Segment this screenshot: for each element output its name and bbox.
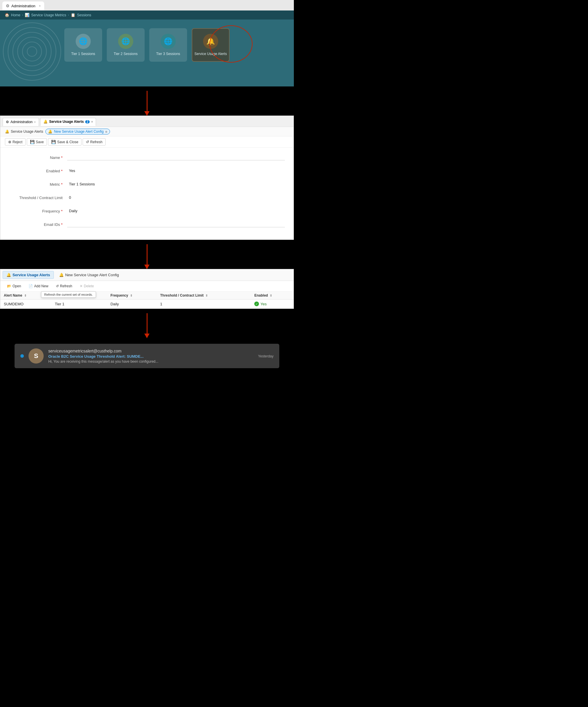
form-area: Name * Enabled * Yes Metric * Tier 1 Ses… bbox=[0, 147, 293, 240]
enabled-yes-indicator: ✓ Yes bbox=[254, 302, 290, 306]
s3-toolbar: 📂 Open 📄 Add New ↺ Refresh ✕ Delete Refr… bbox=[0, 281, 293, 292]
arrow2-head bbox=[144, 265, 149, 269]
reject-button[interactable]: ⊗ Reject bbox=[5, 138, 26, 145]
refresh-button[interactable]: ↺ Refresh bbox=[82, 138, 106, 145]
s3-alerts-icon: 🔔 bbox=[6, 273, 11, 277]
s3-tab-new-config[interactable]: 🔔 New Service Usage Alert Config bbox=[56, 271, 123, 278]
admin-tab-label: Administration bbox=[11, 4, 35, 8]
frequency-sort-icon: ⇕ bbox=[130, 294, 132, 297]
frequency-label: Frequency * bbox=[9, 209, 67, 213]
save-close-button[interactable]: 💾 Save & Close bbox=[48, 138, 81, 145]
save-close-label: Save & Close bbox=[57, 140, 78, 144]
email-preview: Hi, You are receiving this message/alert… bbox=[48, 360, 274, 364]
s3-new-label: New Service Usage Alert Config bbox=[65, 273, 119, 277]
col-enabled[interactable]: Enabled ⇕ bbox=[251, 292, 293, 300]
s2-tab-alerts[interactable]: 🔔 Service Usage Alerts 2 × bbox=[40, 118, 96, 126]
s2-tab-admin[interactable]: ⚙ Administration × bbox=[3, 118, 39, 126]
admin-tab-close[interactable]: × bbox=[39, 4, 40, 7]
form-row-threshold: Threshold / Contract Limit 0 bbox=[9, 194, 285, 202]
delete-button[interactable]: ✕ Delete bbox=[76, 282, 97, 290]
s2-admin-tab-close[interactable]: × bbox=[34, 121, 36, 124]
bc-sep2: › bbox=[68, 13, 69, 16]
s2-alerts-tab-close[interactable]: × bbox=[91, 120, 93, 124]
bc-sep1: › bbox=[22, 13, 23, 16]
email-ids-required: * bbox=[61, 223, 63, 227]
tile-tier1-icon: 🌐 bbox=[76, 34, 91, 49]
s2-alerts-badge: 2 bbox=[85, 120, 90, 124]
breadcrumb-bar: 🏠 Home › 📊 Service Usage Metrics › 📋 Ses… bbox=[0, 10, 294, 20]
tile-service-usage-alerts[interactable]: 🔔 Service Usage Alerts bbox=[192, 28, 230, 62]
s3-alerts-label: Service Usage Alerts bbox=[12, 273, 50, 277]
form-row-name: Name * bbox=[9, 154, 285, 162]
email-date: Yesterday bbox=[258, 354, 274, 358]
unread-dot bbox=[21, 354, 24, 358]
arrow2-line bbox=[147, 244, 147, 265]
alert-name-sort-icon: ⇕ bbox=[24, 294, 27, 297]
email-ids-label: Email IDs * bbox=[9, 223, 67, 227]
email-subject: Oracle B2C Service Usage Threshold Alert… bbox=[48, 354, 144, 359]
browser-tab-bar: ⚙ Administration × bbox=[0, 0, 294, 10]
refresh-icon: ↺ bbox=[86, 140, 89, 144]
tiles-row: 🌐 Tier 1 Sessions 🌐 Tier 2 Sessions 🌐 Ti… bbox=[0, 28, 294, 62]
cell-threshold: 1 bbox=[157, 300, 251, 308]
name-input[interactable] bbox=[67, 155, 285, 160]
reject-icon: ⊗ bbox=[8, 140, 11, 144]
s3-refresh-label: Refresh bbox=[60, 284, 72, 288]
bc-sessions[interactable]: Sessions bbox=[77, 13, 91, 17]
s2-bc-alerts-icon: 🔔 bbox=[5, 130, 9, 134]
email-ids-input[interactable] bbox=[67, 222, 285, 227]
s3-refresh-button[interactable]: ↺ Refresh bbox=[53, 282, 75, 290]
arrow1-line bbox=[147, 91, 147, 111]
s3-tab-bar: 🔔 Service Usage Alerts 🔔 New Service Usa… bbox=[0, 269, 293, 281]
s2-alerts-tab-label: Service Usage Alerts bbox=[49, 120, 84, 124]
s2-bc-alerts[interactable]: 🔔 Service Usage Alerts bbox=[5, 130, 43, 134]
s3-new-icon: 🔔 bbox=[59, 273, 64, 277]
email-subject-row: Oracle B2C Service Usage Threshold Alert… bbox=[48, 354, 274, 359]
admin-tab[interactable]: ⚙ Administration × bbox=[2, 1, 44, 10]
threshold-sort-icon: ⇕ bbox=[205, 294, 208, 297]
section3-list-panel: 🔔 Service Usage Alerts 🔔 New Service Usa… bbox=[0, 269, 294, 309]
tile-tier3-sessions[interactable]: 🌐 Tier 3 Sessions bbox=[149, 28, 187, 62]
check-circle-icon: ✓ bbox=[254, 302, 259, 306]
arrow2 bbox=[0, 240, 294, 269]
table-row[interactable]: SUMDEMO Tier 1 Daily 1 ✓ Yes bbox=[0, 300, 293, 308]
email-avatar: S bbox=[29, 348, 44, 364]
add-new-button[interactable]: 📄 Add New bbox=[25, 282, 51, 290]
tile-alerts-label: Service Usage Alerts bbox=[194, 52, 227, 57]
s2-bc-alerts-label: Service Usage Alerts bbox=[11, 130, 43, 134]
bc-home[interactable]: Home bbox=[11, 13, 21, 17]
section4-email-panel[interactable]: S serviceusagemetricsalert@custhelp.com … bbox=[14, 344, 279, 368]
tile-tier1-label: Tier 1 Sessions bbox=[71, 52, 95, 57]
metric-required: * bbox=[61, 182, 63, 187]
open-button[interactable]: 📂 Open bbox=[4, 282, 24, 290]
name-required: * bbox=[61, 156, 63, 160]
arrow1 bbox=[0, 87, 294, 115]
admin-tab-icon: ⚙ bbox=[6, 3, 10, 8]
col-threshold[interactable]: Threshold / Contract Limit ⇕ bbox=[157, 292, 251, 300]
section2-form-panel: ⚙ Administration × 🔔 Service Usage Alert… bbox=[0, 115, 294, 240]
s2-admin-tab-label: Administration bbox=[10, 120, 33, 124]
s2-bc-new-config[interactable]: 🔔 New Service Usage Alert Config ⊗ bbox=[45, 129, 110, 134]
metric-label: Metric * bbox=[9, 182, 67, 187]
open-label: Open bbox=[12, 284, 21, 288]
save-close-icon: 💾 bbox=[51, 140, 56, 144]
s3-refresh-icon: ↺ bbox=[56, 284, 59, 288]
form-row-email-ids: Email IDs * bbox=[9, 220, 285, 229]
enabled-label: Enabled * bbox=[9, 169, 67, 173]
s2-bc-new-label: New Service Usage Alert Config bbox=[54, 130, 104, 134]
add-new-label: Add New bbox=[34, 284, 48, 288]
save-button[interactable]: 💾 Save bbox=[27, 138, 47, 145]
s3-tab-alerts[interactable]: 🔔 Service Usage Alerts bbox=[3, 271, 54, 279]
s2-alerts-tab-icon: 🔔 bbox=[43, 120, 48, 124]
frequency-value: Daily bbox=[67, 208, 285, 214]
bc-metrics[interactable]: Service Usage Metrics bbox=[31, 13, 66, 17]
cell-alert-name: SUMDEMO bbox=[0, 300, 51, 308]
arrow3-head bbox=[144, 334, 149, 338]
tile-tier1-sessions[interactable]: 🌐 Tier 1 Sessions bbox=[64, 28, 102, 62]
refresh-label: Refresh bbox=[90, 140, 102, 144]
s2-bc-new-close[interactable]: ⊗ bbox=[105, 130, 107, 133]
col-frequency[interactable]: Frequency ⇕ bbox=[107, 292, 157, 300]
tile-tier2-sessions[interactable]: 🌐 Tier 2 Sessions bbox=[107, 28, 145, 62]
s2-bc-new-icon: 🔔 bbox=[48, 130, 53, 134]
enabled-yes-label: Yes bbox=[261, 302, 267, 306]
